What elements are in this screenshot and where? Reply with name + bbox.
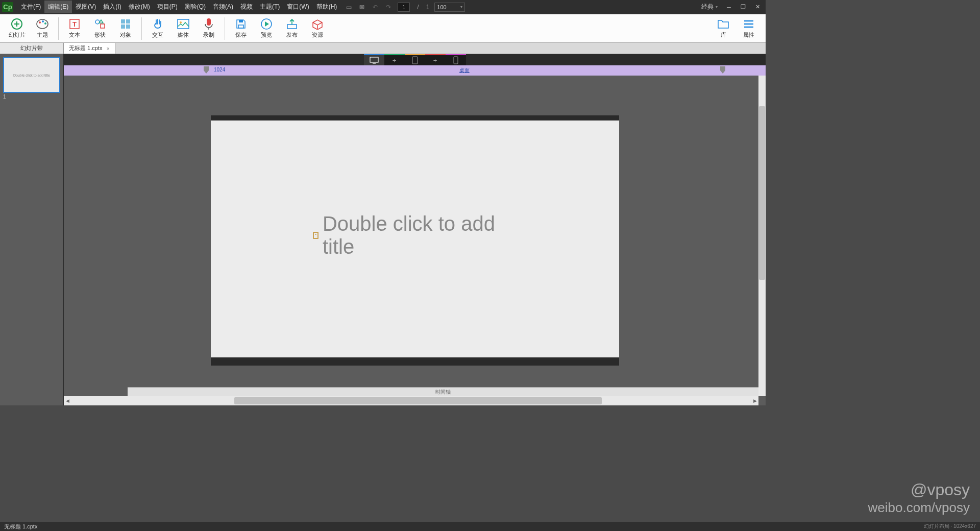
toolbar-separator: [225, 17, 225, 40]
tool-objects[interactable]: 对象: [113, 18, 138, 39]
main-area: Double click to add title 1 + + 1024 桌面: [0, 54, 766, 405]
tool-library[interactable]: 库: [710, 18, 736, 39]
page-current-input[interactable]: 1: [398, 3, 410, 12]
toolbar-separator: [141, 17, 142, 40]
tool-assets[interactable]: 资源: [305, 18, 330, 39]
menu-view[interactable]: 视图(V): [72, 1, 100, 13]
svg-point-3: [42, 20, 44, 22]
tool-theme[interactable]: 主题: [30, 18, 55, 39]
svg-rect-8: [101, 24, 105, 28]
filmstrip-panel-tab[interactable]: 幻灯片带: [0, 43, 64, 54]
ruler-device-label[interactable]: 桌面: [459, 67, 470, 74]
menu-project[interactable]: 项目(P): [154, 1, 181, 13]
svg-rect-21: [412, 57, 418, 64]
plus-circle-icon: [10, 18, 24, 30]
hand-icon: [151, 18, 165, 30]
tool-preview[interactable]: 预览: [254, 18, 279, 39]
folder-icon: [716, 18, 730, 30]
scrollbar-thumb[interactable]: [759, 106, 765, 280]
svg-rect-20: [370, 57, 378, 62]
desktop-icon: [370, 57, 379, 64]
page-separator: /: [417, 4, 419, 11]
tool-text[interactable]: T文本: [62, 18, 87, 39]
canvas-area: + + 1024 桌面 Double click to add title: [64, 54, 766, 405]
device-desktop[interactable]: [364, 54, 384, 65]
tool-interact[interactable]: 交互: [145, 18, 170, 39]
menu-file[interactable]: 文件(F): [17, 1, 44, 13]
canvas-viewport: Double click to add title: [64, 76, 766, 405]
page-total: 1: [426, 4, 430, 11]
menu-audio[interactable]: 音频(A): [209, 1, 237, 13]
mic-icon: [202, 18, 216, 30]
mail-icon[interactable]: ✉: [358, 4, 366, 11]
slide-footer-bar: [211, 357, 619, 366]
menu-modify[interactable]: 修改(M): [125, 1, 154, 13]
title-placeholder[interactable]: Double click to add title: [313, 212, 517, 258]
timeline-panel-tab[interactable]: 时间轴: [128, 387, 758, 396]
svg-point-14: [180, 21, 182, 23]
palette-icon: [35, 18, 50, 30]
horizontal-scrollbar[interactable]: ◀ ▶: [64, 396, 758, 405]
document-tab[interactable]: 无标题 1.cptx×: [64, 43, 115, 54]
layout-icon[interactable]: ▭: [345, 4, 353, 11]
tool-shapes[interactable]: 形状: [87, 18, 113, 39]
menu-edit[interactable]: 编辑(E): [44, 1, 72, 13]
chevron-down-icon: ▾: [460, 5, 462, 9]
zoom-select[interactable]: 100▾: [434, 3, 465, 12]
tool-publish[interactable]: 发布: [279, 18, 305, 39]
svg-point-4: [44, 22, 46, 25]
tool-save[interactable]: 保存: [228, 18, 254, 39]
device-tablet[interactable]: [405, 54, 425, 65]
device-bar: + +: [64, 54, 766, 65]
svg-rect-9: [121, 19, 125, 23]
scroll-left-icon[interactable]: ◀: [64, 396, 71, 405]
tool-properties[interactable]: 属性: [736, 18, 762, 39]
tool-media[interactable]: 媒体: [170, 18, 196, 39]
device-add-1[interactable]: +: [384, 54, 405, 65]
svg-rect-13: [178, 19, 189, 29]
slide-thumbnail[interactable]: Double click to add title: [3, 57, 60, 93]
close-icon[interactable]: ×: [106, 45, 109, 52]
tool-slides[interactable]: 幻灯片: [4, 18, 30, 39]
ruler-handle-right[interactable]: [720, 66, 725, 74]
svg-rect-12: [126, 25, 130, 29]
vertical-scrollbar[interactable]: [758, 76, 766, 396]
scrollbar-thumb[interactable]: [234, 397, 602, 404]
device-add-2[interactable]: +: [425, 54, 446, 65]
device-mobile[interactable]: [446, 54, 466, 65]
placeholder-marker-icon: [313, 232, 318, 239]
svg-point-7: [95, 20, 100, 24]
menu-help[interactable]: 帮助(H): [313, 1, 341, 13]
redo-icon[interactable]: ↷: [384, 4, 393, 11]
svg-rect-11: [121, 25, 125, 29]
undo-icon[interactable]: ↶: [371, 4, 379, 11]
app-logo: Cp: [2, 2, 13, 12]
shapes-icon: [93, 18, 107, 30]
svg-rect-17: [239, 20, 243, 22]
filmstrip-sidebar: Double click to add title 1: [0, 54, 64, 405]
menu-quiz[interactable]: 测验(Q): [181, 1, 209, 13]
breakpoint-ruler[interactable]: 1024 桌面: [64, 65, 766, 76]
tablet-icon: [412, 56, 418, 64]
maximize-button[interactable]: ❐: [737, 2, 749, 12]
menu-theme[interactable]: 主题(T): [256, 1, 283, 13]
minimize-button[interactable]: ─: [723, 2, 735, 12]
menu-insert[interactable]: 插入(I): [100, 1, 125, 13]
ruler-handle-left[interactable]: [204, 66, 209, 74]
ruler-width-value: 1024: [214, 67, 225, 73]
tool-record[interactable]: 录制: [196, 18, 222, 39]
slide-number: 1: [3, 94, 60, 100]
slide-canvas[interactable]: Double click to add title: [211, 115, 619, 366]
play-circle-icon: [259, 18, 274, 30]
box-icon: [310, 18, 325, 30]
menu-video[interactable]: 视频: [237, 1, 256, 13]
menubar: Cp 文件(F) 编辑(E) 视图(V) 插入(I) 修改(M) 项目(P) 测…: [0, 0, 766, 14]
svg-rect-16: [238, 25, 243, 28]
scroll-right-icon[interactable]: ▶: [751, 396, 758, 405]
slide-header-bar: [211, 115, 619, 120]
toolbar-separator: [58, 17, 59, 40]
chevron-down-icon: ▾: [716, 5, 718, 9]
menu-window[interactable]: 窗口(W): [283, 1, 312, 13]
close-button[interactable]: ✕: [751, 2, 764, 12]
workspace-selector[interactable]: 经典▾: [698, 2, 721, 12]
